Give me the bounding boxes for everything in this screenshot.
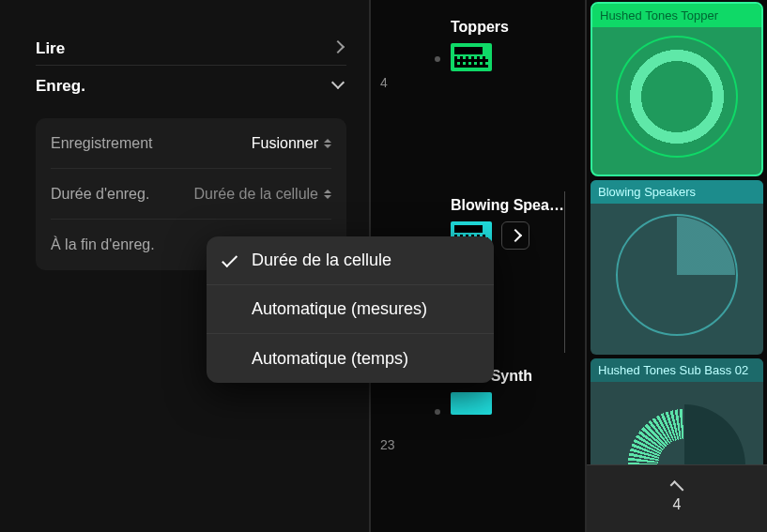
synth-icon (451, 392, 492, 415)
field-label: À la fin d'enreg. (51, 236, 155, 253)
cell-hushed-tones-topper[interactable]: Hushed Tones Topper (591, 2, 763, 176)
dropdown-item-label: Automatique (temps) (252, 349, 408, 369)
section-read[interactable]: Lire (36, 28, 346, 66)
dropdown-item-cell-length[interactable]: Durée de la cellule (207, 236, 494, 285)
dropdown-item-label: Automatique (mesures) (252, 299, 427, 319)
field-value: Durée de la cellule (193, 186, 331, 203)
cell-title: Blowing Speakers (591, 180, 763, 204)
cell-column: Hushed Tones Topper Blowing Speakers Hus… (587, 0, 767, 532)
field-recording-mode[interactable]: Enregistrement Fusionner (51, 118, 331, 169)
dropdown-item-auto-beats[interactable]: Automatique (temps) (207, 334, 494, 383)
field-record-length[interactable]: Durée d'enreg. Durée de la cellule (51, 169, 331, 220)
chevron-right-icon (333, 42, 346, 55)
drum-machine-icon (451, 43, 492, 71)
inspector-panel: Lire Enreg. Enregistrement Fusionner Dur… (0, 0, 371, 532)
ruler-mark: 4 (380, 75, 388, 90)
updown-icon (324, 190, 331, 199)
separator (564, 191, 565, 353)
section-label: Enreg. (36, 77, 85, 96)
progress-wedge-icon (619, 217, 735, 333)
track-header-toppers[interactable]: Toppers (451, 19, 509, 71)
field-label: Durée d'enreg. (51, 186, 149, 203)
chevron-right-icon[interactable] (501, 221, 529, 250)
waveform-ring-icon (616, 214, 738, 336)
chevron-down-icon (333, 80, 346, 93)
section-label: Lire (36, 39, 65, 58)
track-name: Toppers (451, 19, 509, 36)
updown-icon (324, 139, 331, 148)
dropdown-item-auto-bars[interactable]: Automatique (mesures) (207, 285, 494, 334)
cell-title: Hushed Tones Sub Bass 02 (591, 358, 763, 382)
track-dot-icon (435, 409, 440, 415)
field-value: Fusionner (252, 135, 331, 152)
track-name: Blowing Spea… (451, 197, 564, 214)
dropdown-item-label: Durée de la cellule (252, 251, 391, 270)
ruler-mark: 23 (380, 437, 395, 452)
waveform-ring-icon (616, 36, 738, 158)
track-dot-icon (435, 56, 440, 62)
cell-blowing-speakers[interactable]: Blowing Speakers (591, 180, 763, 355)
field-label: Enregistrement (51, 135, 153, 152)
dropdown-menu: Durée de la cellule Automatique (mesures… (207, 236, 494, 383)
section-record[interactable]: Enreg. (36, 66, 346, 103)
chevron-up-icon (670, 480, 684, 494)
scene-footer[interactable]: 4 (587, 464, 767, 532)
checkmark-icon (222, 251, 238, 267)
cell-title: Hushed Tones Topper (592, 4, 761, 27)
scene-count: 4 (673, 496, 682, 513)
